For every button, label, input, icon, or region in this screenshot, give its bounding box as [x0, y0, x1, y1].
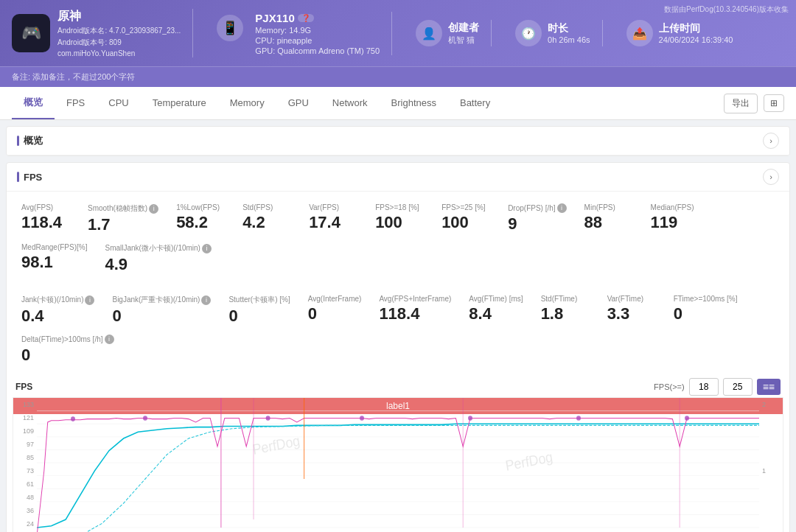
overview-section-header: 概览 › — [7, 127, 789, 155]
fps-controls: FPS(>=) ≡≡ — [654, 378, 781, 396]
fps-chart-svg: PerfDog PerfDog — [37, 398, 759, 532]
grid-view-button[interactable]: ⊞ — [764, 94, 784, 112]
device-icon: 📱 — [217, 15, 243, 41]
fps-stat-item: Avg(FPS)118.4 — [13, 200, 79, 240]
package-name: com.miHoYo.YuanShen — [57, 49, 181, 57]
fps-stat-item: Median(FPS)119 — [642, 200, 708, 240]
duration-icon: 🕐 — [515, 20, 542, 46]
tab-gpu[interactable]: GPU — [276, 88, 321, 119]
info-icon[interactable]: i — [85, 295, 94, 305]
creator-label: 创建者 — [448, 21, 479, 35]
tab-memory[interactable]: Memory — [218, 88, 276, 119]
fps-stat-item: Std(FPS)4.2 — [234, 200, 300, 240]
fps-chart: label1 133 121 109 97 85 73 61 48 36 24 … — [13, 397, 783, 532]
fps-stat-item: Var(FPS)17.4 — [300, 200, 366, 240]
tab-battery[interactable]: Battery — [448, 88, 502, 119]
fps-stat-item: Stutter(卡顿率) [%]0 — [220, 292, 298, 332]
one-percent-low-line — [37, 425, 759, 532]
creator-stat: 👤 创建者 机智 猫 — [404, 20, 492, 46]
fps-chart-container: FPS FPS(>=) ≡≡ label1 133 121 10 — [7, 374, 789, 532]
header: 数据由PerfDog(10.3.240546)版本收集 🎮 原神 Android… — [0, 0, 796, 66]
device-gpu: GPU: Qualcomm Adreno (TM) 750 — [255, 46, 380, 55]
android-name: Android版本名: 4.7.0_23093867_23... — [57, 26, 181, 36]
svg-point-23 — [685, 416, 689, 421]
device-memory: Memory: 14.9G — [255, 26, 380, 35]
tab-network[interactable]: Network — [321, 88, 380, 119]
upload-icon: 📤 — [626, 20, 653, 46]
fps-collapse-button[interactable]: › — [763, 169, 779, 185]
export-button[interactable]: 导出 — [724, 94, 758, 113]
overview-title: 概览 — [17, 134, 43, 147]
fps-chart-header: FPS FPS(>=) ≡≡ — [13, 374, 783, 397]
fps-title: FPS — [17, 172, 42, 183]
info-icon[interactable]: i — [557, 203, 567, 213]
fps-stat-item: Std(FTime)1.8 — [532, 292, 598, 332]
info-icon[interactable]: i — [201, 295, 211, 305]
tab-actions: 导出 ⊞ — [724, 94, 784, 113]
svg-point-17 — [71, 416, 75, 421]
app-icon: 🎮 — [12, 14, 50, 52]
tab-temperature[interactable]: Temperature — [141, 88, 218, 119]
svg-point-21 — [468, 416, 472, 421]
app-name: 原神 — [57, 9, 181, 24]
fps-stat-item: Delta(FTime)>100ms [/h] i0 — [13, 332, 123, 371]
tabs-bar: 概览 FPS CPU Temperature Memory GPU Networ… — [0, 87, 796, 120]
fps-stat-item: MedRange(FPS)[%]98.1 — [13, 240, 96, 280]
info-icon[interactable]: i — [202, 244, 212, 253]
svg-point-18 — [143, 416, 147, 421]
fps-stat-item: FTime>=100ms [%]0 — [665, 292, 747, 332]
device-info: 📱 PJX110 ❓ Memory: 14.9G CPU: pineapple … — [205, 12, 392, 55]
creator-value: 机智 猫 — [448, 35, 479, 46]
fps-chart-label: FPS — [15, 382, 32, 392]
fps-stat-item: SmallJank(微小卡顿)(/10min) i4.9 — [96, 240, 220, 280]
svg-point-22 — [576, 416, 581, 421]
device-name: PJX110 ❓ — [255, 12, 380, 24]
tab-fps[interactable]: FPS — [55, 88, 97, 119]
chart-y-axis-left: 133 121 109 97 85 73 61 48 36 24 12 — [13, 398, 37, 532]
svg-text:PerfDog: PerfDog — [251, 433, 301, 458]
fps-stat-item: Jank(卡顿)(/10min) i0.4 — [13, 292, 103, 332]
fps-stat-item: Avg(FPS+InterFrame)118.4 — [370, 292, 460, 332]
svg-text:PerfDog: PerfDog — [504, 449, 554, 474]
creator-icon: 👤 — [416, 20, 442, 46]
duration-stat: 🕐 时长 0h 26m 46s — [503, 20, 602, 46]
fps-stat-item: Avg(InterFrame)0 — [299, 292, 371, 332]
fps-section-header: FPS › — [7, 163, 789, 192]
app-info: 🎮 原神 Android版本名: 4.7.0_23093867_23... An… — [12, 9, 193, 57]
svg-point-19 — [266, 416, 270, 421]
upload-value: 24/06/2024 16:39:40 — [659, 35, 733, 44]
overview-collapse-button[interactable]: › — [763, 133, 779, 149]
notes-bar: 备注: 添加备注，不超过200个字符 — [0, 66, 796, 87]
duration-label: 时长 — [548, 22, 590, 35]
upload-label: 上传时间 — [659, 22, 733, 35]
device-cpu: CPU: pineapple — [255, 36, 380, 45]
fps-section: FPS › Avg(FPS)118.4Smooth(稳帧指数) i1.71%Lo… — [6, 162, 790, 532]
notes-placeholder: 备注: 添加备注，不超过200个字符 — [12, 72, 135, 81]
chart-y-axis-right: 2 1 0 — [759, 398, 783, 532]
duration-value: 0h 26m 46s — [548, 35, 590, 44]
tab-cpu[interactable]: CPU — [97, 88, 140, 119]
fps-stats-row2: Jank(卡顿)(/10min) i0.4BigJank(严重卡顿)(/10mi… — [7, 283, 789, 374]
fps-stat-item: Drop(FPS) [/h] i9 — [499, 200, 575, 240]
fps-stat-item: BigJank(严重卡顿)(/10min) i0 — [103, 292, 220, 332]
android-version: Android版本号: 809 — [57, 38, 181, 48]
device-tag: ❓ — [298, 14, 314, 22]
fps-stat-item: 1%Low(FPS)58.2 — [167, 200, 234, 240]
app-details: 原神 Android版本名: 4.7.0_23093867_23... Andr… — [57, 9, 181, 57]
fps-stat-item: Var(FTime)3.3 — [598, 292, 665, 332]
fps-stat-item: Smooth(稳帧指数) i1.7 — [79, 200, 167, 240]
fps-stat-item: FPS>=25 [%]100 — [433, 200, 499, 240]
tab-brightness[interactable]: Brightness — [380, 88, 448, 119]
fps-stat-item: FPS>=18 [%]100 — [366, 200, 433, 240]
fps-grid-button[interactable]: ≡≡ — [757, 379, 781, 395]
fps-line — [37, 419, 759, 533]
fps-threshold-2[interactable] — [723, 378, 753, 396]
fps-threshold-1[interactable] — [689, 378, 719, 396]
tab-overview[interactable]: 概览 — [12, 87, 55, 119]
fps-stats-row1: Avg(FPS)118.4Smooth(稳帧指数) i1.71%Low(FPS)… — [7, 192, 789, 283]
fps-stat-item: Min(FPS)88 — [576, 200, 642, 240]
fps-gte-label: FPS(>=) — [654, 382, 685, 391]
info-icon[interactable]: i — [105, 335, 114, 344]
info-icon[interactable]: i — [149, 204, 158, 214]
svg-point-20 — [360, 416, 364, 421]
